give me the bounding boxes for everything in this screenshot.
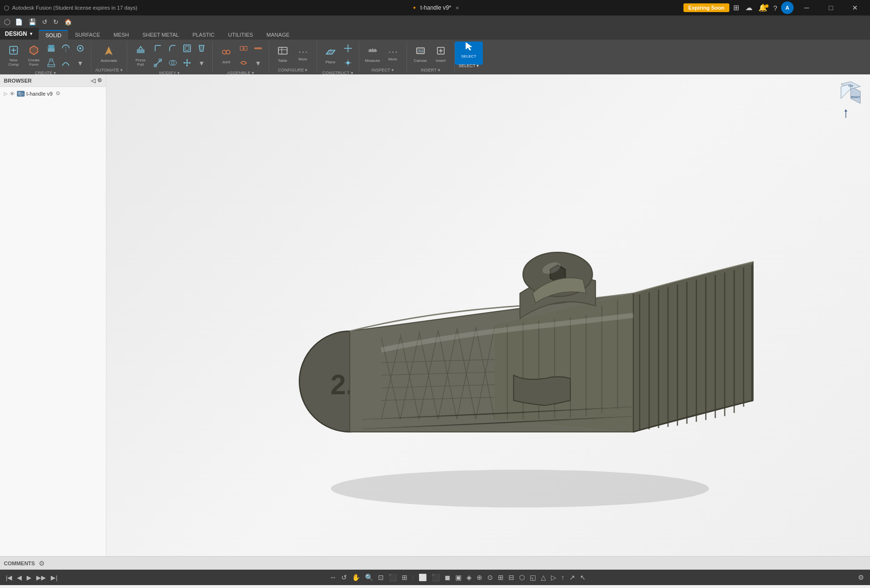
- insert-more-button[interactable]: Insert: [431, 43, 450, 66]
- tab-surface[interactable]: SURFACE: [68, 30, 107, 40]
- browser-settings-icon[interactable]: ⚙: [97, 77, 102, 84]
- tool6-button[interactable]: ⊕: [475, 572, 484, 583]
- bottom-settings-button[interactable]: ⚙: [856, 572, 866, 583]
- design-dropdown[interactable]: DESIGN ▼: [0, 28, 39, 40]
- orbit-button[interactable]: ↺: [339, 572, 349, 583]
- draft-button[interactable]: [195, 42, 208, 55]
- automate-group-label: AUTOMATE ▾: [95, 68, 123, 72]
- bottombar-center: ↔ ↺ ✋ 🔍 ⊡ ⬛ ⊞ | ⬜ ⬛ ◼ ▣ ◈ ⊕ ⊙ ⊞ ⊟ ⬡ ◱ △ …: [328, 572, 588, 583]
- step-back-button[interactable]: ◀: [15, 573, 24, 582]
- revolve-button[interactable]: [59, 42, 72, 55]
- tool12-button[interactable]: △: [539, 572, 548, 583]
- viewport[interactable]: 2.5: [106, 74, 870, 556]
- configure-more-button[interactable]: ⋯ More: [293, 43, 313, 66]
- redo-button[interactable]: ↻: [52, 17, 60, 27]
- scale-button[interactable]: [151, 56, 165, 70]
- new-file-button[interactable]: 📄: [14, 17, 24, 27]
- measure-button[interactable]: Measure: [363, 43, 382, 66]
- close-tab-icon[interactable]: ✕: [455, 5, 459, 11]
- go-to-end-button[interactable]: ▶|: [49, 573, 59, 582]
- tool15-button[interactable]: ↗: [567, 572, 577, 583]
- app-menu-icon[interactable]: ⬡: [4, 17, 11, 27]
- cursor-button[interactable]: ↖: [578, 572, 588, 583]
- grid-icon[interactable]: ⊞: [731, 1, 741, 14]
- grid-display-button[interactable]: ⊞: [400, 572, 409, 583]
- ribbon-group-insert: Canvas Insert INSERT ▾: [407, 42, 455, 72]
- move-button[interactable]: [180, 56, 194, 70]
- tool1-button[interactable]: ⬜: [417, 572, 429, 583]
- loft-button[interactable]: [44, 56, 58, 70]
- combine-button[interactable]: [166, 56, 179, 70]
- step-forward-button[interactable]: ▶▶: [34, 573, 48, 582]
- viewcube[interactable]: RIGHT TOP ↑: [826, 79, 865, 118]
- tool8-button[interactable]: ⊞: [496, 572, 506, 583]
- sweep-button[interactable]: [59, 56, 72, 70]
- tab-sheet-metal[interactable]: SHEET METAL: [136, 30, 186, 40]
- modify-more-button[interactable]: ▾: [195, 56, 208, 70]
- tool14-button[interactable]: ↑: [559, 572, 566, 583]
- new-component-button[interactable]: NewComp: [4, 44, 23, 67]
- display-mode-button[interactable]: ⬛: [387, 572, 399, 583]
- motion-link-button[interactable]: [237, 56, 250, 70]
- fillet-button[interactable]: [151, 42, 165, 55]
- create-more-button[interactable]: ▾: [73, 56, 87, 70]
- point-button[interactable]: [341, 56, 355, 70]
- tab-solid[interactable]: SOLID: [39, 30, 68, 40]
- joint-button[interactable]: Joint: [217, 44, 236, 67]
- tab-plastic[interactable]: PLASTIC: [186, 30, 221, 40]
- ribbon-group-select[interactable]: SELECT SELECT ▾: [455, 42, 483, 65]
- move-tool-button[interactable]: ↔: [328, 572, 338, 583]
- home-button[interactable]: 🏠: [63, 17, 73, 27]
- tool2-button[interactable]: ⬛: [430, 572, 442, 583]
- go-to-start-button[interactable]: |◀: [4, 573, 14, 582]
- fit-button[interactable]: ⊡: [376, 572, 386, 583]
- maximize-button[interactable]: □: [820, 0, 842, 15]
- tool10-button[interactable]: ⬡: [517, 572, 527, 583]
- inspect-more-button[interactable]: ⋯ More: [383, 43, 403, 66]
- expiring-soon-badge[interactable]: Expiring Soon: [683, 3, 729, 12]
- undo-button[interactable]: ↺: [41, 17, 49, 27]
- help-icon[interactable]: ?: [771, 2, 779, 14]
- hole-button[interactable]: [73, 42, 87, 55]
- ribbon-group-create: NewComp CreateForm: [0, 42, 91, 72]
- parameter-table-icon: [277, 45, 289, 58]
- tool7-button[interactable]: ⊙: [485, 572, 495, 583]
- asbuilt-joint-button[interactable]: [237, 42, 250, 55]
- axis-button[interactable]: [341, 42, 355, 55]
- tool3-button[interactable]: ◼: [443, 572, 452, 583]
- item-settings-icon[interactable]: ⚙: [56, 90, 60, 97]
- pan-button[interactable]: ✋: [350, 572, 362, 583]
- save-button[interactable]: 💾: [27, 17, 38, 27]
- canvas-button[interactable]: Canvas: [411, 43, 430, 66]
- tab-utilities[interactable]: UTILITIES: [221, 30, 260, 40]
- automate-button[interactable]: Automate: [99, 43, 118, 66]
- assemble-more-button[interactable]: ▾: [251, 56, 265, 70]
- extrude-button[interactable]: [44, 42, 58, 55]
- create-form-button[interactable]: CreateForm: [24, 44, 44, 67]
- tool4-button[interactable]: ▣: [453, 572, 464, 583]
- rigid-group-button[interactable]: [251, 42, 265, 55]
- comments-settings-icon[interactable]: ⚙: [39, 559, 45, 567]
- play-button[interactable]: ▶: [25, 573, 33, 582]
- avatar[interactable]: A: [781, 1, 794, 14]
- tab-mesh[interactable]: MESH: [107, 30, 136, 40]
- tool9-button[interactable]: ⊟: [507, 572, 516, 583]
- cloud-icon[interactable]: ☁: [743, 1, 754, 14]
- browser-item-thandle[interactable]: ▷ 👁 f▷ t-handle v9 ⚙: [2, 89, 104, 98]
- tab-manage[interactable]: MANAGE: [260, 30, 296, 40]
- parameter-table-button[interactable]: Table: [273, 43, 292, 66]
- select-button[interactable]: SELECT: [459, 38, 478, 61]
- tool11-button[interactable]: ◱: [528, 572, 538, 583]
- browser-back-icon[interactable]: ◁: [91, 77, 95, 84]
- tool13-button[interactable]: ▷: [549, 572, 558, 583]
- press-pull-button[interactable]: PressPull: [131, 44, 150, 67]
- shell-button[interactable]: [180, 42, 194, 55]
- svg-point-54: [331, 470, 709, 507]
- offset-plane-button[interactable]: Plane: [321, 44, 340, 67]
- zoom-button[interactable]: 🔍: [363, 572, 375, 583]
- minimize-button[interactable]: ─: [796, 0, 818, 15]
- tool5-button[interactable]: ◈: [464, 572, 474, 583]
- close-button[interactable]: ✕: [844, 0, 866, 15]
- chamfer-button[interactable]: [166, 42, 179, 55]
- visible-icon[interactable]: 👁: [10, 91, 15, 97]
